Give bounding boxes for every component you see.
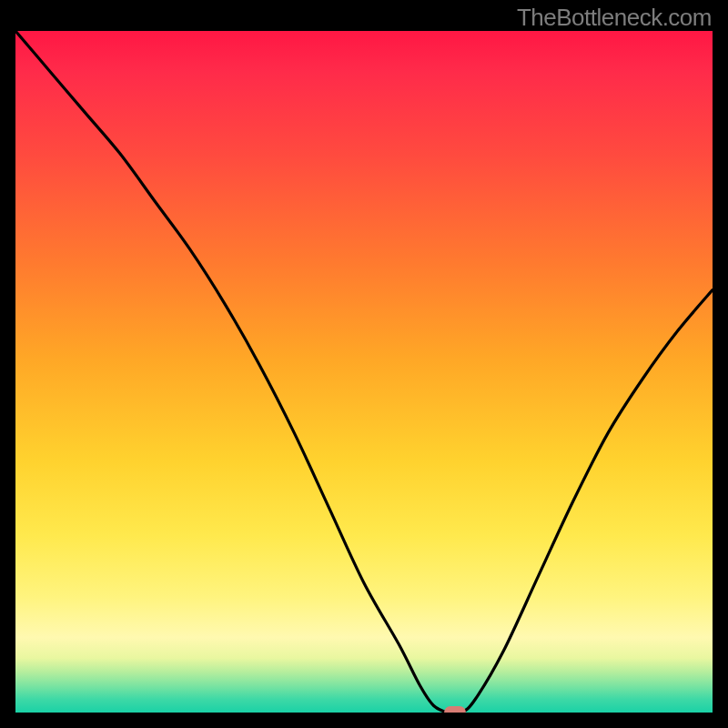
bottleneck-curve — [15, 31, 713, 713]
watermark-text: TheBottleneck.com — [517, 4, 712, 32]
plot-area — [15, 31, 713, 713]
optimal-point-marker — [444, 706, 466, 713]
curve-layer — [15, 31, 713, 713]
chart-frame: TheBottleneck.com — [0, 0, 728, 728]
